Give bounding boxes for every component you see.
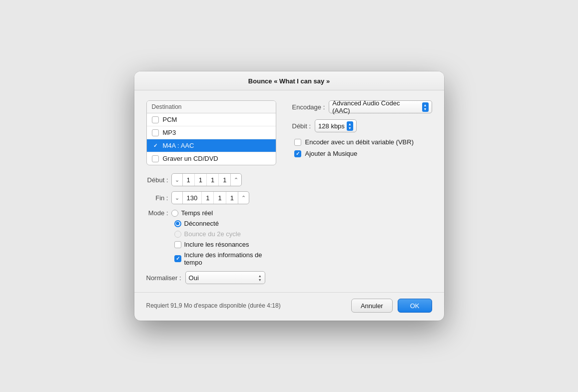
mode-radio-deconnecte[interactable] bbox=[174, 220, 181, 227]
encodage-value: Advanced Audio Codec (AAC) bbox=[332, 99, 419, 114]
right-options: Encoder avec un débit variable (VBR) Ajo… bbox=[292, 138, 432, 157]
encodage-select[interactable]: Advanced Audio Codec (AAC) bbox=[329, 100, 432, 113]
debit-label: Débit : bbox=[292, 122, 311, 130]
normaliser-row: Normaliser : Oui bbox=[146, 271, 276, 284]
inclure-resonances-checkbox[interactable] bbox=[174, 241, 181, 248]
vbr-checkbox[interactable] bbox=[294, 139, 301, 146]
mode-label-deconnecte: Déconnecté bbox=[184, 220, 219, 227]
inclure-resonances-row[interactable]: Inclure les résonances bbox=[146, 241, 276, 248]
debut-stepper-down[interactable]: ⌄ bbox=[172, 174, 183, 186]
footer-buttons: Annuler OK bbox=[351, 299, 432, 313]
destination-checkbox-pcm[interactable] bbox=[152, 116, 159, 123]
debut-label: Début : bbox=[146, 176, 168, 184]
fin-stepper-up[interactable]: ⌃ bbox=[238, 192, 249, 204]
debut-cell-3[interactable]: 1 bbox=[207, 173, 219, 186]
debut-cell-4[interactable]: 1 bbox=[219, 173, 230, 186]
encodage-row: Encodage : Advanced Audio Codec (AAC) bbox=[292, 100, 432, 113]
mode-row: Mode : Temps réel bbox=[146, 209, 276, 217]
mode-radio-bounce-2e-row: Bounce du 2e cycle bbox=[146, 230, 276, 238]
inclure-tempo-label: Inclure des informations de tempo bbox=[184, 251, 276, 266]
right-column: Encodage : Advanced Audio Codec (AAC) Dé… bbox=[292, 100, 432, 284]
destination-checkbox-cd[interactable] bbox=[152, 155, 159, 162]
mode-radio-bounce-2e[interactable] bbox=[174, 231, 181, 238]
fin-stepper-down[interactable]: ⌄ bbox=[172, 192, 183, 204]
fin-cell-1[interactable]: 130 bbox=[183, 191, 202, 204]
dialog-titlebar: Bounce « What I can say » bbox=[134, 71, 444, 90]
destination-row-mp3[interactable]: MP3 bbox=[147, 126, 276, 139]
normaliser-stepper-icon bbox=[258, 274, 262, 282]
destination-row-cd[interactable]: Graver un CD/DVD bbox=[147, 152, 276, 165]
ok-button[interactable]: OK bbox=[398, 299, 432, 313]
destination-label-cd: Graver un CD/DVD bbox=[163, 155, 218, 162]
debit-stepper[interactable] bbox=[347, 121, 353, 131]
fin-row: Fin : ⌄ 130 1 1 1 ⌃ bbox=[146, 191, 276, 204]
mode-radio-temps-reel[interactable] bbox=[171, 210, 178, 217]
inclure-resonances-label: Inclure les résonances bbox=[184, 241, 249, 248]
mode-label: Mode : bbox=[146, 209, 168, 217]
normaliser-label: Normaliser : bbox=[146, 274, 181, 282]
fin-field-group[interactable]: ⌄ 130 1 1 1 ⌃ bbox=[171, 191, 249, 204]
dialog-body: Destination PCM MP3 M4A : AAC bbox=[134, 90, 444, 292]
debit-select[interactable]: 128 kbps bbox=[315, 119, 357, 132]
destination-table: Destination PCM MP3 M4A : AAC bbox=[146, 100, 276, 165]
destination-label-pcm: PCM bbox=[163, 116, 177, 123]
fin-cell-3[interactable]: 1 bbox=[214, 191, 226, 204]
encodage-label: Encodage : bbox=[292, 103, 325, 111]
destination-label-mp3: MP3 bbox=[163, 129, 176, 136]
mode-label-bounce-2e: Bounce du 2e cycle bbox=[184, 230, 241, 238]
cancel-button[interactable]: Annuler bbox=[351, 299, 393, 313]
bounce-dialog: Bounce « What I can say » Destination PC… bbox=[134, 71, 444, 321]
ajouter-musique-label: Ajouter à Musique bbox=[305, 150, 358, 157]
debut-cell-2[interactable]: 1 bbox=[195, 173, 207, 186]
footer-info: Requiert 91,9 Mo d'espace disponible (du… bbox=[146, 302, 281, 309]
debut-row: Début : ⌄ 1 1 1 1 ⌃ bbox=[146, 173, 276, 186]
ajouter-musique-checkbox[interactable] bbox=[294, 150, 301, 157]
debit-row: Débit : 128 kbps bbox=[292, 119, 432, 132]
mode-radio-deconnecte-row[interactable]: Déconnecté bbox=[146, 220, 276, 227]
mode-section: Mode : Temps réel Déconnecté Bounce du 2… bbox=[146, 209, 276, 266]
debut-stepper-up[interactable]: ⌃ bbox=[230, 174, 241, 186]
destination-checkbox-mp3[interactable] bbox=[152, 129, 159, 136]
fin-cell-2[interactable]: 1 bbox=[202, 191, 214, 204]
encodage-stepper[interactable] bbox=[422, 102, 429, 112]
debut-cells: 1 1 1 1 bbox=[183, 173, 231, 186]
vbr-label: Encoder avec un débit variable (VBR) bbox=[305, 138, 414, 146]
debut-cell-1[interactable]: 1 bbox=[183, 173, 195, 186]
left-column: Destination PCM MP3 M4A : AAC bbox=[146, 100, 276, 284]
destination-header: Destination bbox=[147, 101, 276, 113]
inclure-tempo-checkbox[interactable] bbox=[174, 255, 181, 262]
fin-label: Fin : bbox=[146, 194, 168, 202]
destination-label-m4a: M4A : AAC bbox=[163, 142, 194, 149]
dialog-footer: Requiert 91,9 Mo d'espace disponible (du… bbox=[134, 292, 444, 321]
fin-cell-4[interactable]: 1 bbox=[226, 191, 238, 204]
dialog-title: Bounce « What I can say » bbox=[248, 77, 330, 85]
fin-cells: 130 1 1 1 bbox=[183, 191, 238, 204]
debit-value: 128 kbps bbox=[318, 122, 345, 130]
ajouter-musique-row[interactable]: Ajouter à Musique bbox=[294, 150, 432, 157]
debut-field-group[interactable]: ⌄ 1 1 1 1 ⌃ bbox=[171, 173, 242, 186]
vbr-row[interactable]: Encoder avec un débit variable (VBR) bbox=[294, 138, 432, 146]
normaliser-value: Oui bbox=[189, 274, 255, 282]
normaliser-select[interactable]: Oui bbox=[185, 271, 265, 284]
destination-row-pcm[interactable]: PCM bbox=[147, 113, 276, 126]
destination-row-m4a[interactable]: M4A : AAC bbox=[147, 139, 276, 152]
mode-label-temps-reel: Temps réel bbox=[181, 209, 213, 217]
destination-checkbox-m4a[interactable] bbox=[152, 142, 159, 149]
inclure-tempo-row[interactable]: Inclure des informations de tempo bbox=[146, 251, 276, 266]
